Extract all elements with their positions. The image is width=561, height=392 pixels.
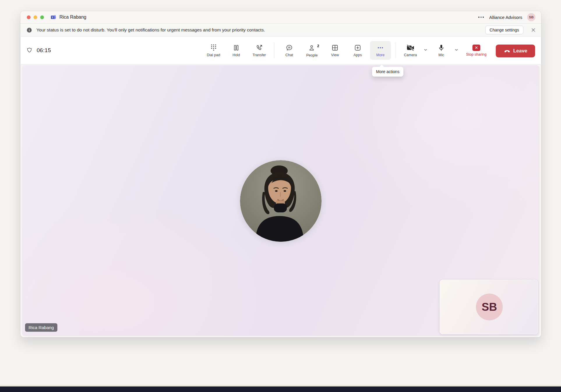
hold-pause-icon (232, 44, 240, 52)
close-window-button[interactable] (27, 15, 31, 19)
transfer-button[interactable]: Transfer (249, 41, 270, 60)
dial-pad-button[interactable]: Dial pad (203, 41, 224, 60)
chat-icon (285, 44, 293, 52)
chat-label: Chat (285, 53, 293, 57)
desktop-dark-bar (0, 386, 561, 392)
maximize-window-button[interactable] (40, 15, 44, 19)
people-icon-wrap: 2 (308, 44, 316, 52)
banner-actions: Change settings (485, 26, 536, 34)
mic-options-chevron-icon[interactable] (453, 46, 460, 54)
people-count-badge: 2 (317, 44, 319, 48)
dial-pad-icon (210, 44, 217, 52)
dnd-banner-message: Your status is set to do not disturb. Yo… (36, 27, 265, 33)
more-actions-tooltip: More actions (372, 67, 403, 77)
account-avatar[interactable]: SB (527, 13, 535, 21)
people-label: People (306, 53, 318, 57)
window-controls (27, 15, 44, 19)
screen: T Rica Rabang Alliance Advisors SB Your … (0, 0, 561, 392)
transfer-label: Transfer (253, 53, 266, 57)
camera-button[interactable]: Camera (400, 41, 421, 60)
people-button[interactable]: 2 People (301, 41, 322, 60)
titlebar-right: Alliance Advisors SB (478, 13, 535, 21)
shield-icon (26, 47, 33, 54)
leave-button[interactable]: Leave (496, 45, 535, 57)
chat-button[interactable]: Chat (279, 41, 300, 60)
info-icon (26, 27, 32, 33)
change-settings-button[interactable]: Change settings (485, 26, 523, 34)
window-title: Rica Rabang (59, 15, 87, 20)
more-label: More (376, 53, 384, 57)
call-toolbar: 06:15 Dial pad (20, 37, 541, 64)
teams-call-window: T Rica Rabang Alliance Advisors SB Your … (20, 11, 541, 337)
view-button[interactable]: View (324, 41, 345, 60)
stop-sharing-label: Stop sharing (466, 52, 486, 56)
more-dots-icon (377, 44, 384, 52)
svg-text:T: T (52, 16, 53, 19)
mic-icon (437, 44, 445, 52)
stop-sharing-button[interactable]: Stop sharing (466, 41, 487, 60)
people-icon (308, 44, 316, 52)
meeting-stage: Rica Rabang SB (22, 65, 539, 336)
dnd-banner: Your status is set to do not disturb. Yo… (20, 23, 541, 37)
camera-off-icon (406, 44, 415, 52)
account-name: Alliance Advisors (489, 15, 522, 20)
self-view-avatar: SB (476, 294, 503, 320)
self-view-pip[interactable]: SB (440, 280, 538, 334)
apps-label: Apps (354, 53, 362, 57)
stop-sharing-icon (472, 45, 480, 51)
apps-button[interactable]: Apps (347, 41, 368, 60)
transfer-call-icon (255, 44, 263, 52)
participant-portrait (240, 160, 322, 242)
toolbar-divider (396, 43, 396, 58)
camera-label: Camera (404, 53, 417, 57)
titlebar: T Rica Rabang Alliance Advisors SB (20, 11, 541, 23)
hold-label: Hold (232, 53, 240, 57)
toolbar-divider (274, 43, 274, 58)
view-label: View (331, 53, 339, 57)
mic-button[interactable]: Mic (431, 41, 452, 60)
call-timer: 06:15 (37, 47, 51, 54)
hold-button[interactable]: Hold (226, 41, 247, 60)
camera-options-chevron-icon[interactable] (422, 46, 429, 54)
titlebar-more-options-icon[interactable] (478, 15, 484, 19)
more-button[interactable]: More (370, 41, 391, 60)
leave-label: Leave (513, 48, 527, 54)
apps-plus-icon (354, 44, 361, 52)
mic-label: Mic (438, 53, 444, 57)
banner-close-icon[interactable] (530, 27, 536, 33)
participant-avatar (240, 160, 322, 242)
view-layout-icon (331, 44, 339, 52)
minimize-window-button[interactable] (33, 15, 37, 19)
participant-name-tag: Rica Rabang (25, 323, 57, 332)
dial-pad-label: Dial pad (207, 53, 220, 57)
call-timer-group: 06:15 (26, 47, 51, 54)
hang-up-icon (504, 47, 511, 54)
teams-logo-icon: T (50, 14, 57, 20)
